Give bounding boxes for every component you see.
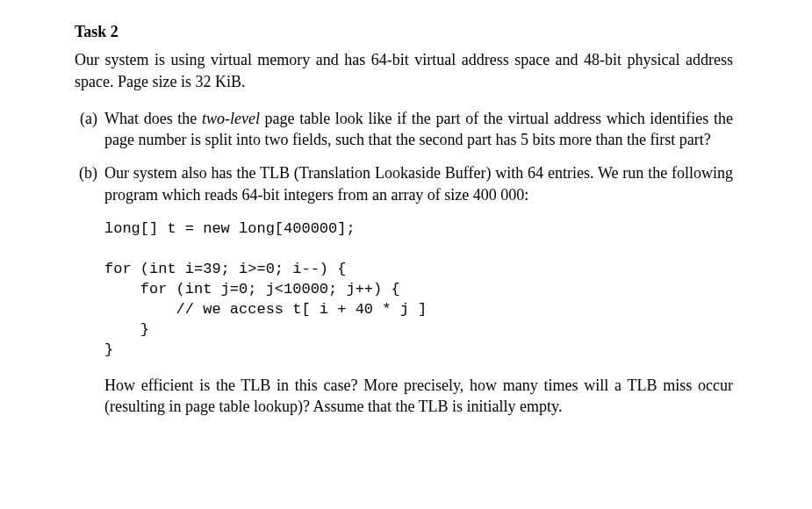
task-intro: Our system is using virtual memory and h… (75, 49, 733, 92)
item-b-intro-pre: Our system also has the TLB (Translation… (104, 164, 733, 203)
code-block: long[] t = new long[400000]; for (int i=… (104, 219, 733, 361)
item-b-intro-post: : (524, 186, 528, 204)
item-b-label: (b) (75, 162, 104, 417)
item-a: (a) What does the two-level page table l… (75, 108, 733, 151)
item-a-em: two-level (202, 110, 260, 127)
item-a-text-pre: What does the (104, 110, 202, 127)
item-b: (b) Our system also has the TLB (Transla… (75, 162, 733, 417)
item-a-body: What does the two-level page table look … (104, 108, 733, 151)
task-heading: Task 2 (75, 21, 733, 42)
item-b-followup: How efficient is the TLB in this case? M… (104, 375, 733, 418)
item-b-body: Our system also has the TLB (Translation… (104, 162, 733, 417)
item-a-label: (a) (75, 108, 104, 151)
item-b-intro-num: 400 000 (473, 186, 525, 204)
